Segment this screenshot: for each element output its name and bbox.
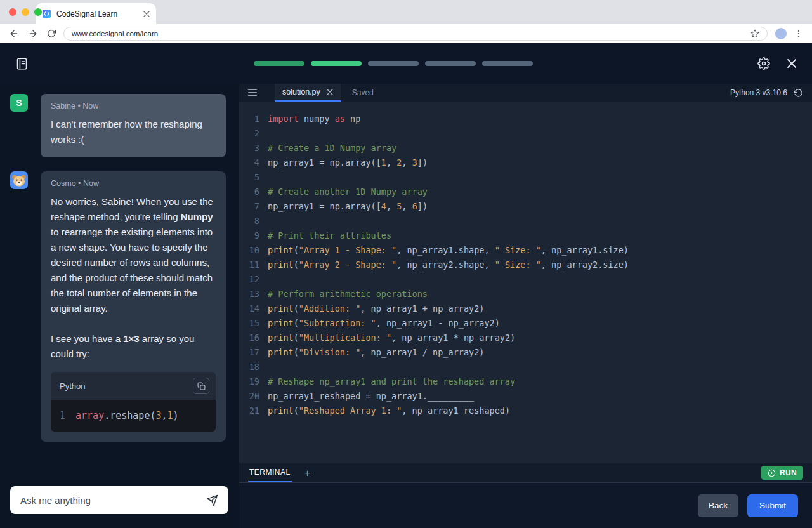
bookmark-star-icon[interactable] bbox=[750, 29, 759, 38]
code-line-content: np_array1_reshaped = np_array1._________ bbox=[268, 389, 474, 404]
code-line[interactable]: 8 bbox=[239, 214, 812, 228]
line-number: 13 bbox=[239, 287, 259, 301]
snippet-language-label: Python bbox=[60, 381, 85, 391]
browser-tab[interactable]: CodeSignal Learn bbox=[36, 3, 156, 24]
chat-panel: S Sabine • Now I can't remember how the … bbox=[0, 84, 239, 528]
editor-tab-solution[interactable]: solution.py bbox=[275, 84, 341, 102]
footer-bar: Back Submit bbox=[239, 483, 812, 528]
code-line[interactable]: 12 bbox=[239, 272, 812, 287]
code-line[interactable]: 3# Create a 1D Numpy array bbox=[239, 141, 812, 155]
forward-icon[interactable] bbox=[28, 29, 38, 39]
code-line[interactable]: 1import numpy as np bbox=[239, 112, 812, 126]
close-icon[interactable] bbox=[787, 58, 797, 69]
run-button[interactable]: RUN bbox=[761, 466, 803, 480]
code-line[interactable]: 16print("Multiplication: ", np_array1 * … bbox=[239, 331, 812, 345]
code-line-content: # Reshape np_array1 and print the reshap… bbox=[268, 374, 515, 389]
code-line[interactable]: 17print("Division: ", np_array1 / np_arr… bbox=[239, 345, 812, 360]
snippet-code: array.reshape(3,1) bbox=[75, 410, 179, 421]
terminal-tab[interactable]: TERMINAL bbox=[248, 463, 292, 482]
line-number: 18 bbox=[239, 360, 259, 374]
code-snippet-header: Python bbox=[51, 372, 216, 400]
code-line-content: import numpy as np bbox=[268, 112, 360, 126]
progress-bar bbox=[254, 61, 533, 66]
cosmo-dog-avatar bbox=[10, 171, 28, 189]
code-line-content: print("Division: ", np_array1 / np_array… bbox=[268, 345, 484, 360]
code-line-content: # Create another 1D Numpy array bbox=[268, 185, 428, 199]
editor-tab-close-icon[interactable] bbox=[327, 89, 333, 95]
code-line[interactable]: 10print("Array 1 - Shape: ", np_array1.s… bbox=[239, 243, 812, 258]
message-author-time: Sabine • Now bbox=[51, 102, 216, 110]
line-number: 21 bbox=[239, 404, 259, 418]
progress-segment bbox=[482, 61, 533, 66]
send-icon bbox=[206, 494, 218, 506]
app-header bbox=[0, 43, 812, 84]
editor-tabbar: solution.py Saved Python 3 v3.10.6 bbox=[239, 84, 812, 102]
code-line-content: print("Array 1 - Shape: ", np_array1.sha… bbox=[268, 243, 629, 258]
progress-segment bbox=[368, 61, 419, 66]
code-line[interactable]: 18 bbox=[239, 360, 812, 374]
saved-status: Saved bbox=[352, 88, 374, 97]
code-line-content: # Print their attributes bbox=[268, 228, 391, 243]
progress-segment bbox=[425, 61, 476, 66]
tab-close-icon[interactable] bbox=[143, 11, 150, 17]
message-input[interactable] bbox=[20, 495, 199, 506]
course-notes-icon[interactable] bbox=[15, 57, 29, 70]
line-number: 1 bbox=[239, 112, 259, 126]
window-close-button[interactable] bbox=[9, 8, 16, 16]
browser-chrome: CodeSignal Learn bbox=[0, 0, 812, 24]
window-minimize-button[interactable] bbox=[22, 8, 29, 16]
code-line[interactable]: 6# Create another 1D Numpy array bbox=[239, 185, 812, 199]
sabine-avatar: S bbox=[10, 94, 28, 112]
line-number: 17 bbox=[239, 345, 259, 360]
screen: CodeSignal Learn www.codesignal.com/lear… bbox=[0, 0, 812, 528]
add-terminal-button[interactable]: + bbox=[304, 468, 311, 478]
code-line[interactable]: 13# Perform arithmetic operations bbox=[239, 287, 812, 301]
code-line-content: np_array1 = np.array([4, 5, 6]) bbox=[268, 199, 428, 214]
back-icon[interactable] bbox=[9, 29, 19, 39]
code-line[interactable]: 5 bbox=[239, 170, 812, 185]
codesignal-logo-icon bbox=[42, 9, 51, 18]
editor-tab-label: solution.py bbox=[282, 88, 320, 96]
settings-gear-icon[interactable] bbox=[757, 57, 770, 70]
reload-icon[interactable] bbox=[47, 29, 56, 38]
back-button[interactable]: Back bbox=[698, 494, 738, 517]
chat-message-list[interactable]: S Sabine • Now I can't remember how the … bbox=[0, 84, 239, 478]
code-line[interactable]: 20np_array1_reshaped = np_array1._______… bbox=[239, 389, 812, 404]
line-number: 12 bbox=[239, 272, 259, 287]
code-line-content: print("Subtraction: ", np_array1 - np_ar… bbox=[268, 316, 500, 331]
code-line-content: print("Reshaped Array 1: ", np_array1_re… bbox=[268, 404, 510, 418]
runtime-label: Python 3 v3.10.6 bbox=[730, 88, 787, 97]
code-line[interactable]: 9# Print their attributes bbox=[239, 228, 812, 243]
message-card: Sabine • Now I can't remember how the re… bbox=[41, 94, 226, 157]
code-line[interactable]: 21print("Reshaped Array 1: ", np_array1_… bbox=[239, 404, 812, 418]
copy-button[interactable] bbox=[193, 378, 209, 394]
submit-button[interactable]: Submit bbox=[747, 494, 798, 517]
code-line[interactable]: 15print("Subtraction: ", np_array1 - np_… bbox=[239, 316, 812, 331]
code-line-content: print("Addition: ", np_array1 + np_array… bbox=[268, 301, 484, 316]
code-line-content: print("Array 2 - Shape: ", np_array2.sha… bbox=[268, 258, 629, 272]
window-maximize-button[interactable] bbox=[34, 8, 42, 16]
line-number: 20 bbox=[239, 389, 259, 404]
code-line-content: # Perform arithmetic operations bbox=[268, 287, 428, 301]
line-number: 15 bbox=[239, 316, 259, 331]
code-line[interactable]: 14print("Addition: ", np_array1 + np_arr… bbox=[239, 301, 812, 316]
code-line[interactable]: 2 bbox=[239, 126, 812, 141]
code-line[interactable]: 19# Reshape np_array1 and print the resh… bbox=[239, 374, 812, 389]
chat-message-cosmo: Cosmo • Now No worries, Sabine! When you… bbox=[10, 171, 226, 442]
url-bar[interactable]: www.codesignal.com/learn bbox=[63, 27, 768, 41]
code-editor[interactable]: 1import numpy as np23# Create a 1D Numpy… bbox=[239, 102, 812, 463]
send-button[interactable] bbox=[204, 492, 221, 509]
code-line-content: # Create a 1D Numpy array bbox=[268, 141, 396, 155]
browser-menu-icon[interactable] bbox=[794, 29, 803, 38]
line-number: 19 bbox=[239, 374, 259, 389]
line-number: 14 bbox=[239, 301, 259, 316]
copy-icon bbox=[197, 382, 206, 390]
profile-avatar[interactable] bbox=[775, 28, 787, 39]
reset-code-icon[interactable] bbox=[794, 88, 803, 98]
traffic-lights bbox=[9, 8, 42, 16]
code-line[interactable]: 7np_array1 = np.array([4, 5, 6]) bbox=[239, 199, 812, 214]
code-line[interactable]: 4np_array1 = np.array([1, 2, 3]) bbox=[239, 155, 812, 170]
code-line[interactable]: 11print("Array 2 - Shape: ", np_array2.s… bbox=[239, 258, 812, 272]
code-snippet-body: 1 array.reshape(3,1) bbox=[51, 400, 216, 432]
editor-menu-icon[interactable] bbox=[248, 89, 257, 96]
